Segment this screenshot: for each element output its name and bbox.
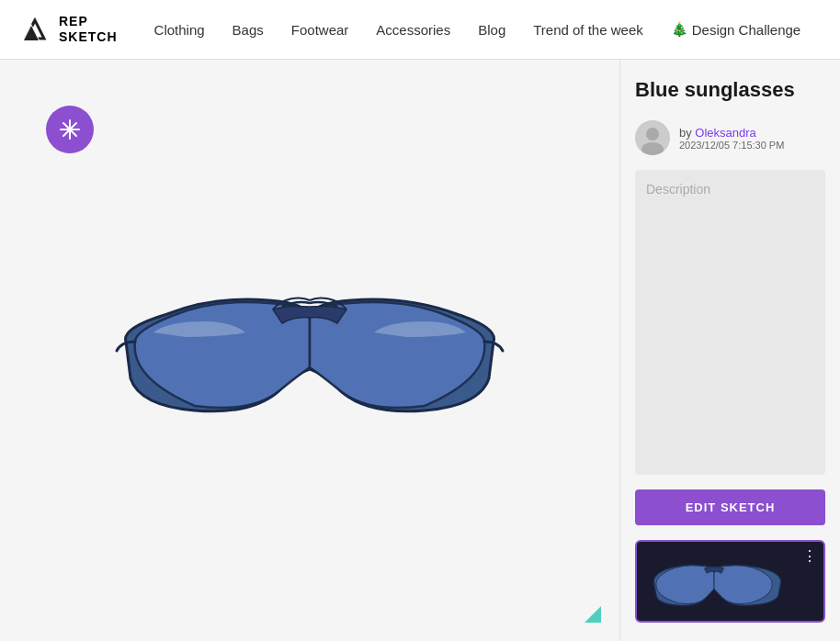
- main-nav: Clothing Bags Footwear Accessories Blog …: [154, 21, 822, 38]
- description-box[interactable]: Description: [635, 170, 825, 475]
- logo-icon: [18, 13, 51, 46]
- svg-point-10: [646, 128, 659, 141]
- sketch-title: Blue sunglasses: [635, 78, 825, 102]
- author-info: by Oleksandra 2023/12/05 7:15:30 PM: [679, 126, 784, 151]
- thumbnail-image: [642, 549, 818, 613]
- by-label: by Oleksandra: [679, 126, 784, 140]
- sketch-image: [112, 259, 507, 443]
- svg-marker-3: [24, 26, 39, 40]
- author-row: by Oleksandra 2023/12/05 7:15:30 PM: [635, 120, 825, 155]
- sunglasses-svg: [112, 259, 507, 443]
- add-element-button[interactable]: [46, 106, 94, 153]
- nav-blog[interactable]: Blog: [478, 22, 505, 38]
- nav-bags[interactable]: Bags: [233, 22, 264, 38]
- resize-handle[interactable]: [585, 606, 601, 623]
- logo-text: REP SKETCH: [59, 14, 118, 45]
- logo-link[interactable]: REP SKETCH: [18, 13, 118, 46]
- edit-sketch-button[interactable]: EDIT SKETCH: [635, 489, 825, 525]
- nav-trend[interactable]: Trend of the week: [533, 22, 643, 38]
- nav-clothing[interactable]: Clothing: [154, 22, 205, 38]
- author-link[interactable]: Oleksandra: [695, 126, 755, 140]
- right-panel: Blue sunglasses by Oleksandra 2023/12/05…: [619, 60, 840, 641]
- date-text: 2023/12/05 7:15:30 PM: [679, 140, 784, 151]
- sketch-canvas: [0, 60, 619, 641]
- resize-icon: [585, 606, 601, 623]
- sparkle-icon: [57, 117, 83, 142]
- tree-icon: 🎄: [671, 21, 688, 38]
- thumbnail-menu-button[interactable]: ⋮: [802, 547, 818, 565]
- site-header: REP SKETCH Clothing Bags Footwear Access…: [0, 0, 840, 60]
- canvas-area: [0, 60, 619, 641]
- svg-marker-8: [585, 606, 601, 623]
- thumbnail-card: ⋮: [635, 540, 825, 623]
- nav-design-challenge[interactable]: 🎄 Design Challenge: [671, 21, 800, 38]
- nav-footwear[interactable]: Footwear: [291, 22, 349, 38]
- description-placeholder: Description: [646, 182, 710, 197]
- avatar: [635, 120, 670, 155]
- main-layout: Blue sunglasses by Oleksandra 2023/12/05…: [0, 60, 840, 641]
- nav-accessories[interactable]: Accessories: [376, 22, 450, 38]
